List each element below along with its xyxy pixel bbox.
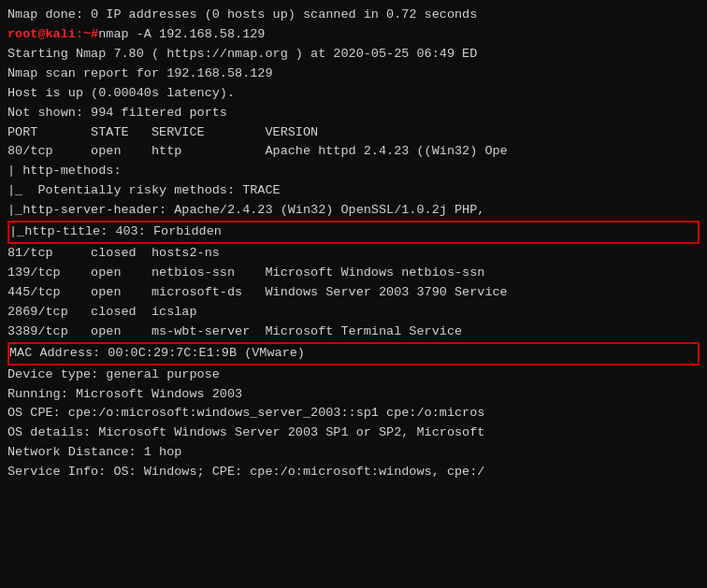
terminal-window: Nmap done: 0 IP addresses (0 hosts up) s… (0, 0, 707, 588)
line-3389-tcp: 3389/tcp open ms-wbt-server Microsoft Te… (7, 323, 700, 342)
line-139-tcp: 139/tcp open netbios-ssn Microsoft Windo… (7, 264, 700, 283)
line-not-shown: Not shown: 994 filtered ports (7, 104, 700, 123)
line-81-tcp: 81/tcp closed hosts2-ns (7, 244, 700, 264)
line-server-header: |_http-server-header: Apache/2.4.23 (Win… (7, 201, 700, 221)
line-network-distance: Network Distance: 1 hop (7, 443, 700, 463)
line-device-type: Device type: general purpose (7, 366, 700, 385)
line-os-details: OS details: Microsoft Windows Server 200… (7, 423, 700, 443)
line-2869-tcp: 2869/tcp closed icslap (7, 303, 700, 323)
prompt-line: root@kali:~# nmap -A 192.168.58.129 (7, 25, 700, 45)
line-os-cpe: OS CPE: cpe:/o:microsoft:windows_server_… (7, 404, 700, 423)
line-host-up: Host is up (0.00040s latency). (7, 84, 700, 104)
line-mac-address: MAC Address: 00:0C:29:7C:E1:9B (VMware) (7, 342, 700, 366)
line-scan-report: Nmap scan report for 192.168.58.129 (7, 65, 700, 84)
line-starting-nmap: Starting Nmap 7.80 ( https://nmap.org ) … (7, 45, 700, 65)
line-http-methods: | http-methods: (7, 162, 700, 181)
line-nmap-done: Nmap done: 0 IP addresses (0 hosts up) s… (7, 6, 700, 25)
line-headers: PORT STATE SERVICE VERSION (7, 123, 700, 143)
line-80-tcp: 80/tcp open http Apache httpd 2.4.23 ((W… (7, 142, 700, 162)
line-445-tcp: 445/tcp open microsoft-ds Windows Server… (7, 283, 700, 303)
line-risky-methods: |_ Potentially risky methods: TRACE (7, 181, 700, 201)
line-service-info: Service Info: OS: Windows; CPE: cpe:/o:m… (7, 463, 700, 482)
line-http-title: |_http-title: 403: Forbidden (7, 221, 700, 244)
prompt-cmd: nmap -A 192.168.58.129 (98, 25, 265, 45)
line-running: Running: Microsoft Windows 2003 (7, 385, 700, 405)
prompt-user: root@kali:~# (7, 25, 98, 45)
